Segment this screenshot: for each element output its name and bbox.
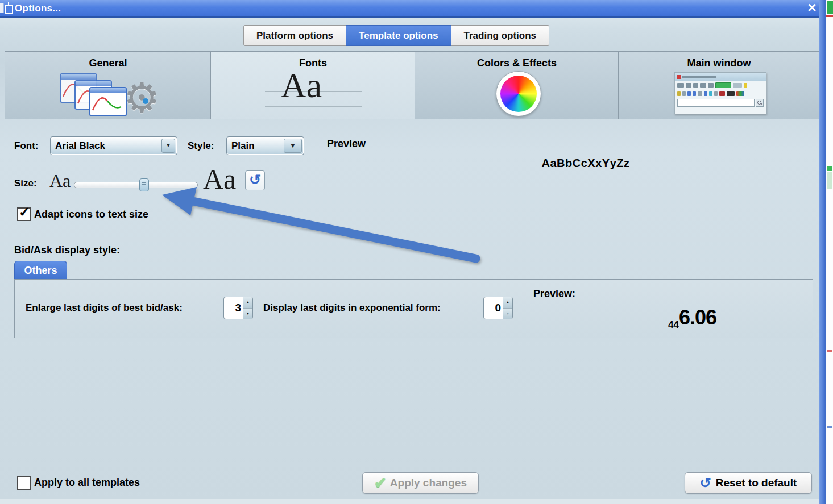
- close-button[interactable]: ✕: [805, 1, 819, 15]
- apply-all-label: Apply to all templates: [34, 477, 140, 489]
- tab-platform-options[interactable]: Platform options: [243, 25, 346, 46]
- style-dropdown-arrow-icon[interactable]: ▼: [284, 139, 302, 153]
- size-large-sample: Aa: [203, 163, 236, 195]
- size-small-sample: Aa: [49, 170, 71, 191]
- window-bottom-border: [0, 499, 819, 504]
- adapt-icons-checkbox[interactable]: ✓: [17, 207, 31, 221]
- tab-trading-options[interactable]: Trading options: [451, 25, 550, 46]
- reset-to-default-button[interactable]: ↺ Reset to default: [685, 472, 812, 494]
- color-wheel-icon: [496, 71, 541, 116]
- font-preview-heading: Preview: [327, 138, 366, 150]
- bidask-heading: Bid/Ask display style:: [14, 244, 120, 256]
- size-slider-thumb[interactable]: [139, 178, 149, 191]
- background-app-sliver: [826, 0, 833, 504]
- size-slider[interactable]: [74, 182, 198, 188]
- reset-to-default-label: Reset to default: [716, 477, 797, 489]
- exponential-value: 0: [484, 297, 503, 319]
- font-label: Font:: [14, 140, 38, 152]
- tab-template-options[interactable]: Template options: [346, 25, 451, 46]
- main-window-thumbnail-icon: [674, 72, 766, 114]
- general-tab-label: General: [5, 57, 211, 69]
- reset-size-button[interactable]: ↺: [245, 170, 265, 190]
- category-tab-colors-effects[interactable]: Colors & Effects: [415, 51, 619, 119]
- exponential-spinner-up-icon[interactable]: ▲: [503, 297, 512, 308]
- checkmark-icon: ✓: [19, 204, 30, 220]
- window-title: Options...: [15, 3, 61, 14]
- colors-effects-tab-label: Colors & Effects: [415, 57, 619, 69]
- style-select-value: Plain: [227, 140, 284, 152]
- titlebar: Options... ✕: [0, 0, 826, 18]
- exponential-spinner[interactable]: 0 ▲ ▼: [483, 297, 513, 319]
- panel-divider: [527, 282, 527, 334]
- general-windows-gear-icon: ⚙: [60, 73, 162, 114]
- apply-check-icon: ✔: [374, 474, 387, 492]
- font-select-value: Arial Black: [51, 140, 161, 152]
- clipped-icon: [0, 3, 4, 13]
- size-label: Size:: [14, 178, 37, 189]
- style-label: Style:: [188, 140, 214, 152]
- enlarge-digits-spinner[interactable]: 3 ▲ ▼: [223, 297, 253, 319]
- category-tab-fonts[interactable]: Fonts Aa: [210, 51, 416, 119]
- font-select[interactable]: Arial Black ▼: [50, 136, 177, 155]
- style-select[interactable]: Plain ▼: [226, 136, 304, 155]
- exponential-label: Display last digits in exponential form:: [263, 302, 441, 314]
- typography-aa-icon: Aa: [265, 69, 362, 114]
- tab-others[interactable]: Others: [14, 261, 67, 280]
- bidask-preview-value: 446.06: [668, 306, 716, 331]
- enlarge-spinner-up-icon[interactable]: ▲: [243, 297, 252, 308]
- enlarge-digits-value: 3: [224, 297, 243, 319]
- dialog-body: Options... ✕ Platform options Template o…: [0, 0, 826, 504]
- reset-size-icon: ↺: [249, 172, 261, 188]
- bidask-preview-heading: Preview:: [533, 288, 575, 300]
- font-dropdown-arrow-icon[interactable]: ▼: [161, 139, 175, 153]
- candlestick-icon: [5, 2, 12, 14]
- main-window-tab-label: Main window: [619, 57, 819, 69]
- top-tab-bar: Platform options Template options Tradin…: [243, 25, 549, 46]
- close-icon: ✕: [807, 1, 817, 14]
- preview-divider: [316, 134, 316, 194]
- category-tab-main-window[interactable]: Main window: [618, 51, 820, 119]
- enlarge-spinner-down-icon[interactable]: ▼: [243, 308, 252, 319]
- enlarge-digits-label: Enlarge last digits of best bid/ask:: [26, 302, 183, 314]
- bidask-preview-large-digits: 6.06: [679, 306, 716, 329]
- window-right-border: [819, 0, 826, 504]
- reset-default-icon: ↺: [700, 475, 711, 491]
- bidask-preview-small-digits: 44: [668, 319, 679, 330]
- font-preview-sample: AaBbCcXxYyZz: [512, 157, 660, 170]
- gear-icon: ⚙: [123, 78, 160, 118]
- exponential-spinner-down-icon[interactable]: ▼: [503, 308, 512, 319]
- apply-all-checkbox[interactable]: [17, 476, 31, 490]
- adapt-icons-label: Adapt icons to text size: [34, 209, 148, 220]
- apply-changes-button[interactable]: ✔ Apply changes: [362, 472, 479, 494]
- apply-changes-label: Apply changes: [390, 477, 467, 489]
- category-tab-general[interactable]: General ⚙: [5, 51, 212, 119]
- options-dialog: Options... ✕ Platform options Template o…: [0, 0, 833, 504]
